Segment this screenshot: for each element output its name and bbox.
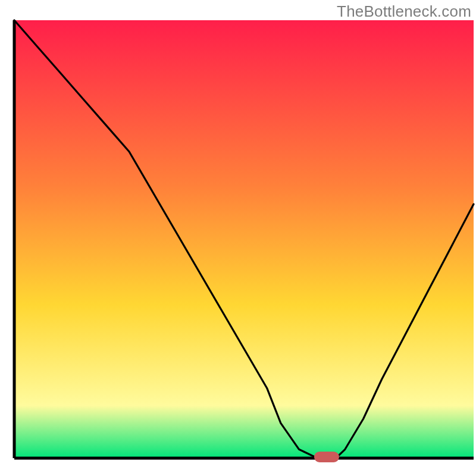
optimal-marker — [314, 452, 339, 462]
watermark-text: TheBottleneck.com — [337, 2, 471, 21]
plot-background — [14, 20, 474, 458]
bottleneck-chart — [0, 0, 476, 476]
